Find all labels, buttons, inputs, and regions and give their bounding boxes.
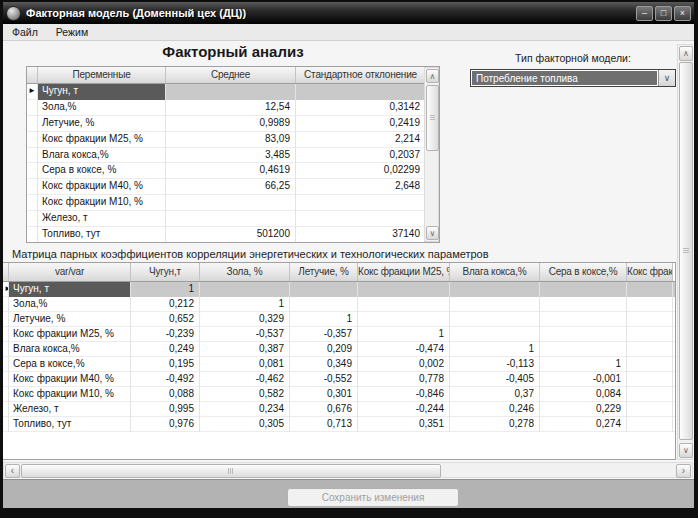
variable-name-cell: Зола,%	[38, 100, 166, 116]
correlation-value-cell	[673, 402, 675, 417]
stats-table: ПеременныеСреднееСтандартное отклонение►…	[26, 66, 440, 243]
table-row[interactable]: Сера в коксе,%0,1950,0810,3490,002-0,113…	[3, 357, 675, 372]
std-value-cell: 37140	[296, 227, 424, 242]
correlation-value-cell	[450, 312, 540, 327]
table-row[interactable]: Кокс фракции М25, %83,092,214	[27, 132, 424, 148]
correlation-value-cell: -0,405	[450, 372, 540, 387]
footer-bar: Сохранить изменения	[3, 479, 694, 508]
matrix-column-header[interactable]: Чугун,т	[131, 263, 200, 281]
std-value-cell	[296, 195, 424, 211]
matrix-header-row: var/varЧугун,тЗола, %Летучие, %Кокс фрак…	[3, 263, 675, 282]
title-bar[interactable]: Факторная модель (Доменный цех (ДЦ)) – □…	[3, 2, 694, 24]
menu-bar: Файл Режим	[3, 24, 694, 41]
stats-table-vscrollbar[interactable]: ∧ ∨	[424, 67, 439, 242]
correlation-value-cell	[673, 327, 675, 342]
stats-column-header[interactable]: Стандартное отклонение	[296, 67, 424, 83]
correlation-value-cell: 0,229	[540, 402, 627, 417]
correlation-value-cell	[540, 312, 627, 327]
minimize-icon[interactable]: –	[636, 6, 653, 21]
table-row[interactable]: Летучие, %0,99890,2419	[27, 116, 424, 132]
save-changes-button[interactable]: Сохранить изменения	[287, 488, 459, 507]
variable-name-cell: Кокс фракции М25, %	[38, 132, 166, 148]
correlation-value-cell	[450, 282, 540, 297]
matrix-column-header[interactable]: Летучие, %	[290, 263, 358, 281]
correlation-value-cell	[627, 342, 673, 357]
close-icon[interactable]: ×	[674, 6, 691, 21]
correlation-value-cell: 0,976	[131, 417, 200, 432]
matrix-column-header[interactable]: Сера в коксе,%	[540, 263, 627, 281]
window-vscroll-thumb[interactable]	[679, 62, 693, 440]
table-row[interactable]: Зола,%12,540,3142	[27, 100, 424, 116]
chevron-down-icon[interactable]: ∨	[658, 70, 675, 86]
table-row[interactable]: Топливо, тут50120037140	[27, 227, 424, 242]
stats-column-header[interactable]: Переменные	[38, 67, 166, 83]
stats-header-marker	[27, 67, 38, 83]
app-icon	[6, 6, 21, 21]
menu-mode[interactable]: Режим	[47, 24, 97, 40]
correlation-value-cell: 0,234	[200, 402, 290, 417]
correlation-value-cell	[627, 387, 673, 402]
table-row[interactable]: Кокс фракции М10, %	[27, 195, 424, 211]
table-row[interactable]: Кокс фракции М40, %-0,492-0,462-0,5520,7…	[3, 372, 675, 387]
mean-value-cell: 83,09	[166, 132, 296, 148]
model-type-select[interactable]: Потребление топлива ∨	[470, 69, 676, 87]
variable-name-cell: Сера в коксе,%	[9, 357, 131, 372]
correlation-value-cell: 0,582	[200, 387, 290, 402]
table-row[interactable]: ►Чугун, т1	[3, 282, 675, 297]
correlation-matrix-title: Матрица парных коэффициентов корреляции …	[12, 248, 676, 260]
correlation-value-cell: 0,195	[131, 357, 200, 372]
window-vscrollbar[interactable]: ∧ ∨	[677, 44, 693, 460]
stats-table-grid: ПеременныеСреднееСтандартное отклонение►…	[27, 67, 424, 242]
correlation-value-cell	[358, 297, 450, 312]
correlation-value-cell: 1	[358, 327, 450, 342]
correlation-value-cell: -0,552	[290, 372, 358, 387]
correlation-value-cell	[627, 282, 673, 297]
correlation-value-cell: 0,37	[450, 387, 540, 402]
correlation-value-cell	[627, 297, 673, 312]
correlation-value-cell: 1	[290, 312, 358, 327]
menu-file[interactable]: Файл	[3, 24, 47, 40]
matrix-column-header[interactable]: Зола, %	[200, 263, 290, 281]
model-type-label: Тип факторной модели:	[470, 52, 676, 64]
scroll-down-icon[interactable]: ∨	[679, 443, 693, 458]
scroll-right-icon[interactable]: ›	[676, 464, 691, 478]
row-marker-icon	[27, 163, 38, 179]
scroll-up-icon[interactable]: ∧	[679, 46, 693, 61]
table-row[interactable]: Железо, т	[27, 211, 424, 227]
table-row[interactable]: Кокс фракции М40, %66,252,648	[27, 179, 424, 195]
window-hscrollbar[interactable]: ‹ ›	[3, 462, 693, 478]
matrix-column-header[interactable]: var/var	[9, 263, 131, 281]
scroll-down-icon[interactable]: ∨	[426, 226, 439, 240]
table-row[interactable]: Топливо, тут0,9760,3050,7130,3510,2780,2…	[3, 417, 675, 432]
table-row[interactable]: ►Чугун, т	[27, 84, 424, 100]
variable-name-cell: Кокс фракции М10, %	[38, 195, 166, 211]
variable-name-cell: Железо, т	[9, 402, 131, 417]
stats-vscroll-thumb[interactable]	[426, 85, 439, 151]
mean-value-cell: 66,25	[166, 179, 296, 195]
correlation-value-cell: -0,244	[358, 402, 450, 417]
window-hscroll-thumb[interactable]	[21, 464, 441, 478]
correlation-value-cell: 0,081	[200, 357, 290, 372]
correlation-value-cell: 0,995	[131, 402, 200, 417]
row-marker-icon	[27, 148, 38, 164]
stats-header-row: ПеременныеСреднееСтандартное отклонение	[27, 67, 424, 84]
table-row[interactable]: Кокс фракции М10, %0,0880,5820,301-0,846…	[3, 387, 675, 402]
table-row[interactable]: Железо, т0,9950,2340,676-0,2440,2460,229	[3, 402, 675, 417]
maximize-icon[interactable]: □	[655, 6, 672, 21]
matrix-column-header[interactable]: Кокс фракции М25, %	[358, 263, 450, 281]
table-row[interactable]: Сера в коксе, %0,46190,02299	[27, 163, 424, 179]
table-row[interactable]: Зола,%0,2121	[3, 297, 675, 312]
correlation-value-cell	[627, 417, 673, 432]
correlation-value-cell	[673, 387, 675, 402]
correlation-value-cell: 0,778	[358, 372, 450, 387]
table-row[interactable]: Летучие, %0,6520,3291	[3, 312, 675, 327]
matrix-column-header[interactable]: Влага кокса,%	[450, 263, 540, 281]
table-row[interactable]: Влага кокса,%3,4850,2037	[27, 148, 424, 164]
scroll-up-icon[interactable]: ∧	[426, 69, 439, 83]
correlation-value-cell	[627, 402, 673, 417]
matrix-column-header[interactable]: Кокс фрак	[627, 263, 673, 281]
stats-column-header[interactable]: Среднее	[166, 67, 296, 83]
table-row[interactable]: Кокс фракции М25, %-0,239-0,537-0,3571	[3, 327, 675, 342]
scroll-left-icon[interactable]: ‹	[5, 464, 20, 478]
table-row[interactable]: Влага кокса,%0,2490,3870,209-0,4741	[3, 342, 675, 357]
